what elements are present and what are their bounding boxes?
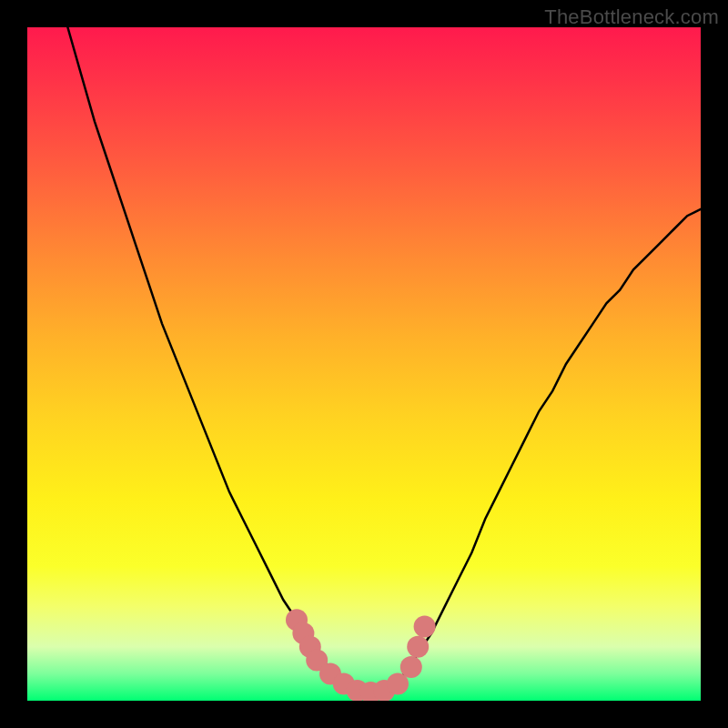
highlight-dot <box>414 616 436 638</box>
highlight-dot <box>407 636 429 658</box>
chart-plot-area <box>27 27 701 701</box>
highlight-markers <box>286 609 436 701</box>
bottleneck-curve <box>67 27 701 694</box>
watermark-text: TheBottleneck.com <box>544 5 719 29</box>
chart-svg <box>27 27 701 701</box>
highlight-dot <box>400 656 422 678</box>
